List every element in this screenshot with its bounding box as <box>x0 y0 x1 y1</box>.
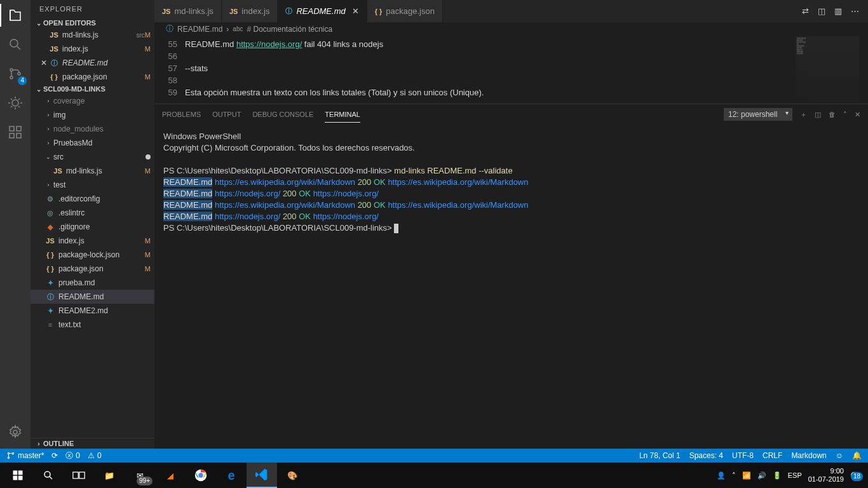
taskbar-search-icon[interactable] <box>33 463 64 488</box>
tree-item[interactable]: ⚙.editorconfig <box>31 192 154 206</box>
svg-rect-5 <box>10 126 14 131</box>
split-editor-icon[interactable]: ▥ <box>834 6 842 16</box>
tab-debug-console[interactable]: DEBUG CONSOLE <box>252 107 313 122</box>
tree-item[interactable]: { }package.jsonM <box>31 262 154 276</box>
breadcrumb[interactable]: ⓘ README.md › abc # Documentación técnic… <box>154 22 868 36</box>
explorer-icon[interactable] <box>6 6 24 24</box>
tray-up-icon[interactable]: ˄ <box>732 471 736 480</box>
keyboard-lang[interactable]: ESP <box>788 471 802 479</box>
chevron-icon: › <box>44 140 52 146</box>
wifi-icon[interactable]: 📶 <box>742 471 751 480</box>
extensions-icon[interactable] <box>6 123 24 141</box>
tree-item[interactable]: ›node_modules <box>31 122 154 136</box>
file-icon: JS <box>48 31 60 39</box>
editor-tab[interactable]: JSmd-links.js <box>154 0 222 22</box>
open-editor-item[interactable]: { }package.jsonM <box>31 70 154 84</box>
file-icon: ✦ <box>44 279 56 287</box>
paint-icon[interactable]: 🎨 <box>277 463 308 488</box>
source-control-icon[interactable]: 4 <box>6 65 24 83</box>
code-content[interactable]: README.md https://nodejs.org/ fail 404 l… <box>185 36 486 104</box>
branch-indicator[interactable]: master* <box>6 451 44 460</box>
encoding-indicator[interactable]: UTF-8 <box>732 451 754 460</box>
clock[interactable]: 9:0001-07-2019 <box>808 467 844 484</box>
volume-icon[interactable]: 🔊 <box>757 471 766 480</box>
tree-item[interactable]: ›PruebasMd <box>31 136 154 150</box>
settings-gear-icon[interactable] <box>6 423 24 441</box>
new-terminal-icon[interactable]: ＋ <box>800 106 807 123</box>
tree-item[interactable]: ⌄src <box>31 150 154 164</box>
language-indicator[interactable]: Markdown <box>791 451 826 460</box>
scm-badge: 4 <box>18 76 27 85</box>
cursor-position[interactable]: Ln 78, Col 1 <box>639 451 681 460</box>
open-editors-header[interactable]: ⌄OPEN EDITORS <box>31 18 154 28</box>
outline-header[interactable]: ›OUTLINE <box>31 438 154 449</box>
open-editors-list: JSmd-links.jssrcMJSindex.jsM✕ⓘREADME.md{… <box>31 28 154 84</box>
battery-icon[interactable]: 🔋 <box>773 471 782 480</box>
compare-icon[interactable]: ⇄ <box>802 6 809 16</box>
indent-indicator[interactable]: Spaces: 4 <box>689 451 723 460</box>
mail-icon[interactable]: ✉99+ <box>125 463 155 488</box>
close-panel-icon[interactable]: ✕ <box>855 107 860 123</box>
tree-item[interactable]: ⓘREADME.md <box>31 290 154 304</box>
tree-item[interactable]: ›test <box>31 178 154 192</box>
terminal-selector[interactable]: 12: powershell <box>724 108 792 121</box>
editor-body[interactable]: 5556575859 README.md https://nodejs.org/… <box>154 36 868 104</box>
debug-icon[interactable] <box>6 94 24 112</box>
file-icon: ⓘ <box>285 6 292 16</box>
chevron-up-icon[interactable]: ˄ <box>843 107 847 123</box>
modified-badge: M <box>145 237 151 245</box>
item-name: md-links.js <box>66 166 145 175</box>
eol-indicator[interactable]: CRLF <box>763 451 782 460</box>
close-icon[interactable]: ✕ <box>352 6 359 16</box>
edge-icon[interactable]: e <box>216 463 247 488</box>
avast-icon[interactable]: ◢ <box>155 463 186 488</box>
trash-icon[interactable]: 🗑 <box>829 107 836 122</box>
start-button[interactable] <box>3 463 33 488</box>
tree-item[interactable]: ◎.eslintrc <box>31 206 154 220</box>
sync-icon[interactable]: ⟳ <box>51 451 58 460</box>
task-view-icon[interactable] <box>64 463 94 488</box>
close-icon[interactable]: ✕ <box>39 58 48 67</box>
search-icon[interactable] <box>6 36 24 53</box>
sidebar: EXPLORER ⌄OPEN EDITORS JSmd-links.jssrcM… <box>31 0 154 449</box>
open-editor-item[interactable]: ✕ⓘREADME.md <box>31 56 154 70</box>
split-preview-icon[interactable]: ◫ <box>818 6 825 16</box>
tree-item[interactable]: { }package-lock.jsonM <box>31 248 154 262</box>
split-terminal-icon[interactable]: ◫ <box>815 107 821 123</box>
editor-tab[interactable]: ⓘREADME.md✕ <box>278 0 367 22</box>
project-header[interactable]: ⌄SCL009-MD-LINKS <box>31 84 154 94</box>
tree-item[interactable]: JSindex.jsM <box>31 234 154 248</box>
tab-problems[interactable]: PROBLEMS <box>162 107 201 122</box>
feedback-icon[interactable]: ☺ <box>836 451 843 460</box>
svg-rect-14 <box>18 471 23 475</box>
svg-rect-6 <box>17 126 21 131</box>
open-editor-item[interactable]: JSindex.jsM <box>31 42 154 56</box>
vscode-icon[interactable] <box>247 463 277 488</box>
minimap[interactable]: ████ ███ ████ ███████ ██ ███████████████… <box>796 36 859 104</box>
tab-terminal[interactable]: TERMINAL <box>325 107 360 123</box>
tree-item[interactable]: ›img <box>31 108 154 122</box>
editor-tab[interactable]: JSindex.js <box>222 0 278 22</box>
errors-indicator[interactable]: ⓧ 0 <box>65 451 80 461</box>
file-icon: ⓘ <box>44 292 56 302</box>
more-icon[interactable]: ⋯ <box>851 6 859 16</box>
open-editor-item[interactable]: JSmd-links.jssrcM <box>31 28 154 42</box>
tree-item[interactable]: ✦prueba.md <box>31 276 154 290</box>
tree-item[interactable]: ◆.gitignore <box>31 220 154 234</box>
bell-icon[interactable]: 🔔 <box>852 451 862 460</box>
tree-item[interactable]: ›coverage <box>31 94 154 108</box>
tree-item[interactable]: ≡text.txt <box>31 318 154 332</box>
people-icon[interactable]: 👤 <box>717 471 726 480</box>
warnings-indicator[interactable]: ⚠ 0 <box>88 451 102 460</box>
file-icon: ≡ <box>44 321 56 329</box>
notifications-icon[interactable]: 💬18 <box>850 471 859 480</box>
file-explorer-icon[interactable]: 📁 <box>94 463 125 488</box>
editor-tab[interactable]: { }package.json <box>367 0 443 22</box>
tree-item[interactable]: JSmd-links.jsM <box>31 164 154 178</box>
tree-item[interactable]: ✦README2.md <box>31 304 154 318</box>
tab-label: index.js <box>241 6 269 16</box>
tab-output[interactable]: OUTPUT <box>212 107 241 122</box>
chrome-icon[interactable] <box>186 463 216 488</box>
terminal-body[interactable]: Windows PowerShellCopyright (C) Microsof… <box>154 125 868 449</box>
chevron-icon: › <box>44 112 52 118</box>
